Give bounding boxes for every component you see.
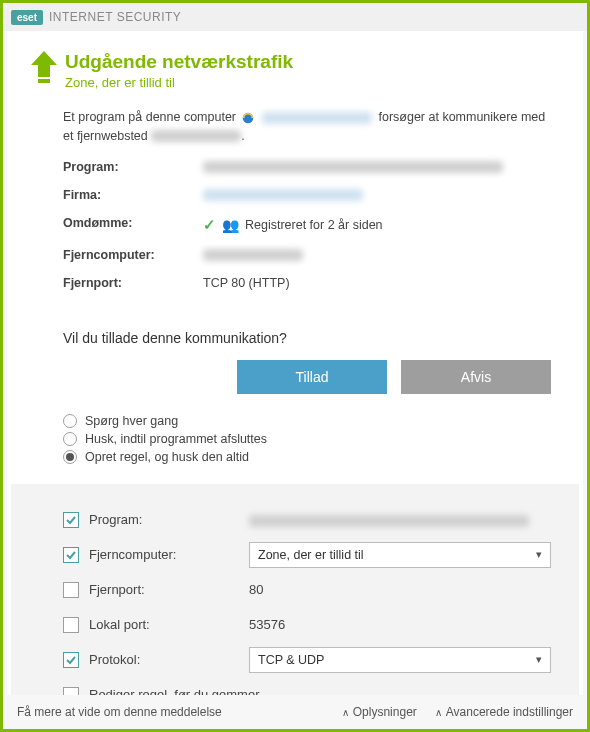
row-firma: Firma:: [63, 188, 551, 202]
select-value: TCP & UDP: [258, 653, 324, 667]
select-fjerncomputer[interactable]: Zone, der er tillid til ▾: [249, 542, 551, 568]
titlebar: eset INTERNET SECURITY: [3, 3, 587, 31]
rule-label: Program:: [89, 512, 249, 527]
label-firma: Firma:: [63, 188, 203, 202]
users-icon: 👥: [222, 217, 239, 233]
rule-value: 80: [249, 582, 551, 597]
rule-label: Fjerncomputer:: [89, 547, 249, 562]
deny-button[interactable]: Afvis: [401, 360, 551, 394]
radio-ask-every-time[interactable]: Spørg hver gang: [63, 414, 551, 428]
product-name: INTERNET SECURITY: [49, 10, 181, 24]
content: Udgående netværkstrafik Zone, der er til…: [7, 31, 583, 695]
row-fjerncomputer: Fjerncomputer:: [63, 248, 551, 262]
label-omdomme: Omdømme:: [63, 216, 203, 234]
radio-icon: [63, 432, 77, 446]
intro-section: Et program på denne computer forsøger at…: [7, 104, 583, 306]
row-fjernport: Fjernport: TCP 80 (HTTP): [63, 276, 551, 290]
select-protokol[interactable]: TCP & UDP ▾: [249, 647, 551, 673]
rule-label: Rediger regel, før du gemmer: [89, 687, 260, 695]
allow-button[interactable]: Tillad: [237, 360, 387, 394]
rule-row-fjernport: Fjernport: 80: [63, 577, 551, 603]
radio-create-rule[interactable]: Opret regel, og husk den altid: [63, 450, 551, 464]
program-favicon: [240, 111, 256, 125]
row-omdomme: Omdømme: ✓ 👥 Registreret for 2 år siden: [63, 216, 551, 234]
select-value: Zone, der er tillid til: [258, 548, 364, 562]
chevron-down-icon: ▾: [536, 548, 542, 561]
value-firma-blurred: [203, 189, 363, 201]
svg-rect-0: [38, 79, 50, 83]
remote-site-blurred: [151, 130, 241, 142]
value-program-blurred: [203, 161, 503, 173]
rule-row-protokol: Protokol: TCP & UDP ▾: [63, 647, 551, 673]
intro-text: Et program på denne computer forsøger at…: [63, 108, 551, 146]
label-fjerncomputer: Fjerncomputer:: [63, 248, 203, 262]
checkbox-protokol[interactable]: [63, 652, 79, 668]
rule-row-program: Program:: [63, 507, 551, 533]
footer: Få mere at vide om denne meddelelse ∧ Op…: [3, 695, 587, 729]
chevron-down-icon: ▾: [536, 653, 542, 666]
radio-icon: [63, 450, 77, 464]
learn-more-link[interactable]: Få mere at vide om denne meddelelse: [17, 705, 222, 719]
dialog-header: Udgående netværkstrafik Zone, der er til…: [7, 31, 583, 104]
radio-icon: [63, 414, 77, 428]
rule-value-program-blurred: [249, 515, 529, 527]
radio-label: Spørg hver gang: [85, 414, 178, 428]
program-name-blurred: [262, 112, 372, 124]
brand-badge: eset: [11, 10, 43, 25]
value-fjernport: TCP 80 (HTTP): [203, 276, 551, 290]
details-toggle[interactable]: ∧ Oplysninger: [342, 705, 417, 719]
rule-row-lokalport: Lokal port: 53576: [63, 612, 551, 638]
intro-pre: Et program på denne computer: [63, 110, 236, 124]
advanced-settings-toggle[interactable]: ∧ Avancerede indstillinger: [435, 705, 573, 719]
checkbox-fjerncomputer[interactable]: [63, 547, 79, 563]
check-icon: ✓: [203, 216, 216, 234]
radio-label: Husk, indtil programmet afsluttes: [85, 432, 267, 446]
checkbox-lokalport[interactable]: [63, 617, 79, 633]
radio-label: Opret regel, og husk den altid: [85, 450, 249, 464]
value-omdomme: Registreret for 2 år siden: [245, 218, 383, 232]
advanced-label: Avancerede indstillinger: [446, 705, 573, 719]
details-label: Oplysninger: [353, 705, 417, 719]
outgoing-arrow-icon: [29, 51, 65, 90]
value-fjerncomputer-blurred: [203, 249, 303, 261]
dialog-subtitle: Zone, der er tillid til: [65, 75, 293, 90]
remember-options: Spørg hver gang Husk, indtil programmet …: [7, 410, 583, 484]
checkbox-fjernport[interactable]: [63, 582, 79, 598]
question-text: Vil du tillade denne kommunikation?: [7, 312, 583, 360]
checkbox-edit-rule[interactable]: [63, 687, 79, 696]
label-program: Program:: [63, 160, 203, 174]
rule-box: Program: Fjerncomputer: Zone, der er til…: [11, 484, 579, 696]
label-fjernport: Fjernport:: [63, 276, 203, 290]
chevron-up-icon: ∧: [342, 707, 349, 718]
rule-row-edit: Rediger regel, før du gemmer: [63, 682, 551, 696]
button-row: Tillad Afvis: [7, 360, 583, 410]
rule-label: Lokal port:: [89, 617, 249, 632]
radio-remember-until-exit[interactable]: Husk, indtil programmet afsluttes: [63, 432, 551, 446]
rule-row-fjerncomputer: Fjerncomputer: Zone, der er tillid til ▾: [63, 542, 551, 568]
rule-value: 53576: [249, 617, 551, 632]
rule-label: Protokol:: [89, 652, 249, 667]
chevron-up-icon: ∧: [435, 707, 442, 718]
dialog-title: Udgående netværkstrafik: [65, 51, 293, 73]
row-program: Program:: [63, 160, 551, 174]
checkbox-program[interactable]: [63, 512, 79, 528]
rule-label: Fjernport:: [89, 582, 249, 597]
